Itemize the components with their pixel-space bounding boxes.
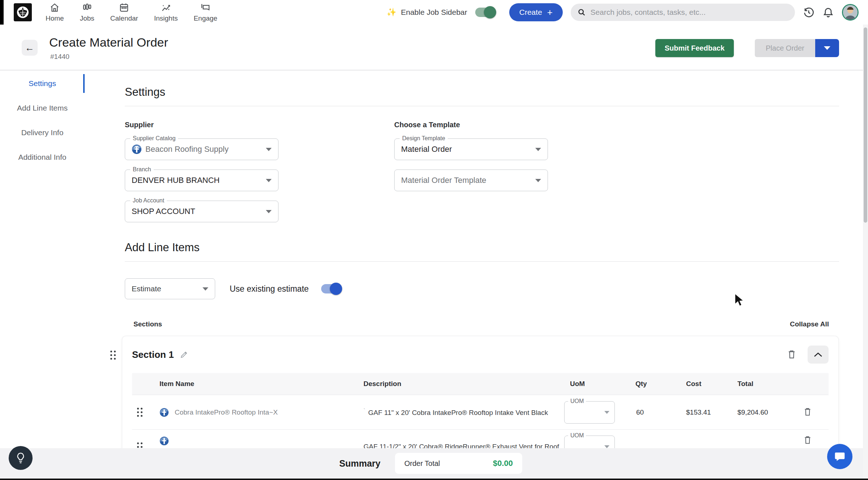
sidebar-item-label: Add Line Items xyxy=(17,104,68,112)
global-search[interactable] xyxy=(571,4,795,21)
enable-job-sidebar-toggle[interactable] xyxy=(475,8,495,17)
trash-icon xyxy=(803,435,812,445)
design-template-select[interactable]: Design Template Material Order xyxy=(394,138,548,160)
cost-cell: $153.41 xyxy=(678,408,729,416)
plus-icon: + xyxy=(547,8,553,17)
sections-label: Sections xyxy=(133,320,162,328)
top-nav: Home Jobs Calendar Insights Engage ✨ Ena… xyxy=(0,0,868,25)
sidebar-item-settings[interactable]: Settings xyxy=(0,71,85,96)
description-cell: `GAF 11" x 20' Cobra IntakePro® Rooftop … xyxy=(360,407,564,417)
nav-label: Engage xyxy=(193,14,217,22)
sidebar-item-delivery-info[interactable]: Delivery Info xyxy=(0,120,85,145)
corner-strip xyxy=(0,0,4,25)
uom-cell: UOM xyxy=(564,401,627,424)
collapse-all-button[interactable]: Collapse All xyxy=(790,320,829,328)
branch-select[interactable]: Branch DENVER HUB BRANCH xyxy=(125,170,278,191)
page-title: Create Material Order xyxy=(49,35,168,50)
nav-item-calendar[interactable]: Calendar xyxy=(110,2,138,22)
section-actions xyxy=(787,346,829,364)
order-total-label: Order Total xyxy=(404,459,440,468)
submit-feedback-button[interactable]: Submit Feedback xyxy=(655,39,734,57)
template-column: Choose a Template Design Template Materi… xyxy=(394,121,647,222)
main-content: Settings Supplier Supplier Catalog Beaco… xyxy=(125,71,839,480)
nav-item-jobs[interactable]: Jobs xyxy=(80,2,94,22)
company-logo[interactable] xyxy=(14,3,32,21)
place-order-button[interactable]: Place Order xyxy=(755,39,815,57)
field-value: SHOP ACCOUNT xyxy=(132,207,195,216)
sidebar-item-label: Additional Info xyxy=(18,153,66,162)
order-total-value: $0.00 xyxy=(493,459,513,468)
field-label: UOM xyxy=(568,398,586,404)
supplier-catalog-select[interactable]: Supplier Catalog Beacon Roofing Supply xyxy=(125,138,278,160)
settings-heading: Settings xyxy=(125,86,839,99)
scrollbar-thumb[interactable] xyxy=(864,27,867,223)
avatar-photo xyxy=(843,5,858,20)
notifications-button[interactable] xyxy=(822,7,834,18)
estimate-row: Estimate Use existing estimate xyxy=(125,278,839,299)
row-actions xyxy=(787,430,829,446)
job-account-select[interactable]: Job Account SHOP ACCOUNT xyxy=(125,201,278,222)
field-value: Material Order xyxy=(401,145,452,154)
search-input[interactable] xyxy=(590,8,788,17)
delete-row-button[interactable] xyxy=(803,407,812,418)
field-value: DENVER HUB BRANCH xyxy=(132,176,220,185)
divider xyxy=(125,106,839,106)
search-icon xyxy=(577,8,586,17)
jobs-icon xyxy=(82,2,93,13)
beacon-supplier-icon xyxy=(132,144,142,154)
caret-down-icon xyxy=(266,210,272,213)
col-cost: Cost xyxy=(678,380,729,388)
user-avatar[interactable] xyxy=(842,4,859,21)
history-button[interactable] xyxy=(803,7,814,18)
item-name-cell xyxy=(154,430,360,446)
delete-row-button[interactable] xyxy=(803,435,812,446)
col-uom: UoM xyxy=(564,380,627,388)
line-item-row: Cobra IntakePro® Rooftop Inta~X `GAF 11"… xyxy=(132,395,829,429)
sidebar-item-additional-info[interactable]: Additional Info xyxy=(0,145,85,170)
estimate-source-select[interactable]: Estimate xyxy=(125,278,215,299)
col-description: Description xyxy=(360,380,564,388)
field-value: Beacon Roofing Supply xyxy=(145,145,229,154)
field-value: Estimate xyxy=(132,284,161,293)
section-title: Section 1 xyxy=(132,349,174,360)
edit-pencil-icon[interactable] xyxy=(180,350,188,359)
sidebar-item-add-line-items[interactable]: Add Line Items xyxy=(0,96,85,120)
home-icon xyxy=(49,2,60,13)
caret-down-icon xyxy=(604,445,609,448)
caret-down-icon xyxy=(535,148,541,151)
nav-item-home[interactable]: Home xyxy=(46,2,64,22)
nav-item-insights[interactable]: Insights xyxy=(154,2,178,22)
row-actions xyxy=(787,407,829,418)
nav-label: Jobs xyxy=(80,14,94,22)
collapse-section-button[interactable] xyxy=(808,346,829,364)
help-lightbulb-button[interactable] xyxy=(9,446,33,470)
engage-icon xyxy=(200,2,211,13)
material-order-template-select[interactable]: Material Order Template xyxy=(394,170,548,191)
chat-bubble-icon xyxy=(834,450,846,463)
sections-bar: Sections Collapse All xyxy=(125,320,839,328)
history-icon xyxy=(803,7,814,18)
section-drag-handle[interactable] xyxy=(110,351,116,360)
field-label: Design Template xyxy=(400,135,448,142)
back-button[interactable]: ← xyxy=(22,40,38,56)
caret-down-icon xyxy=(203,287,208,291)
caret-down-icon xyxy=(266,179,272,182)
caret-down-icon xyxy=(535,179,541,182)
beacon-item-icon xyxy=(159,436,169,446)
delete-section-button[interactable] xyxy=(787,349,797,361)
place-order-dropdown-button[interactable] xyxy=(815,39,839,57)
row-drag-handle[interactable] xyxy=(132,408,154,417)
page-scrollbar[interactable] xyxy=(863,25,868,480)
toggle-thumb xyxy=(484,6,496,18)
toggle-thumb xyxy=(330,283,342,295)
use-existing-estimate-toggle[interactable] xyxy=(321,284,341,293)
nav-item-engage[interactable]: Engage xyxy=(193,2,217,22)
create-button[interactable]: Create + xyxy=(509,3,563,21)
page-header: ← Create Material Order #1440 Submit Fee… xyxy=(0,25,868,70)
chat-widget-button[interactable] xyxy=(827,444,852,469)
field-label: Job Account xyxy=(130,197,167,204)
trash-icon xyxy=(787,349,797,360)
chevron-up-icon xyxy=(813,352,823,357)
supplier-group-label: Supplier xyxy=(125,121,394,129)
uom-select[interactable]: UOM xyxy=(564,401,615,424)
